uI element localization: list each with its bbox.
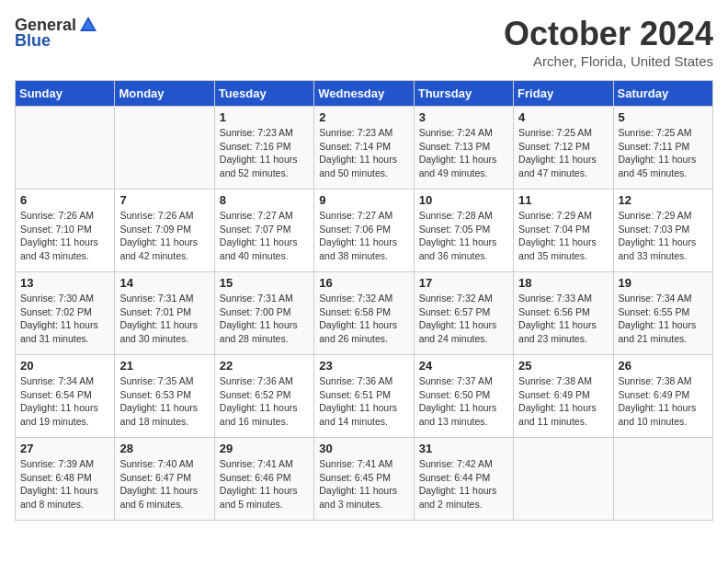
day-info: Sunrise: 7:23 AM Sunset: 7:16 PM Dayligh…	[220, 126, 309, 180]
calendar-cell: 14Sunrise: 7:31 AM Sunset: 7:01 PM Dayli…	[115, 272, 214, 355]
logo-icon	[78, 15, 98, 35]
day-info: Sunrise: 7:41 AM Sunset: 6:46 PM Dayligh…	[220, 457, 309, 511]
calendar-cell: 28Sunrise: 7:40 AM Sunset: 6:47 PM Dayli…	[115, 438, 214, 521]
logo: General Blue	[15, 15, 98, 51]
day-number: 20	[20, 359, 109, 373]
day-info: Sunrise: 7:33 AM Sunset: 6:56 PM Dayligh…	[518, 292, 608, 346]
day-header: Sunday	[16, 81, 115, 107]
day-number: 2	[319, 110, 408, 124]
calendar-cell: 30Sunrise: 7:41 AM Sunset: 6:45 PM Dayli…	[314, 438, 414, 521]
day-info: Sunrise: 7:27 AM Sunset: 7:06 PM Dayligh…	[319, 209, 408, 263]
calendar-cell: 29Sunrise: 7:41 AM Sunset: 6:46 PM Dayli…	[214, 438, 313, 521]
calendar-cell: 4Sunrise: 7:25 AM Sunset: 7:12 PM Daylig…	[514, 107, 613, 190]
day-header: Monday	[115, 81, 214, 107]
calendar-cell	[16, 107, 115, 190]
calendar-cell: 18Sunrise: 7:33 AM Sunset: 6:56 PM Dayli…	[514, 272, 613, 355]
day-info: Sunrise: 7:24 AM Sunset: 7:13 PM Dayligh…	[419, 126, 508, 180]
day-header: Thursday	[414, 81, 513, 107]
calendar-cell: 5Sunrise: 7:25 AM Sunset: 7:11 PM Daylig…	[613, 107, 712, 190]
day-number: 21	[119, 359, 209, 373]
calendar-cell: 21Sunrise: 7:35 AM Sunset: 6:53 PM Dayli…	[115, 355, 214, 438]
day-number: 14	[119, 276, 209, 290]
day-header: Friday	[514, 81, 613, 107]
calendar-cell: 15Sunrise: 7:31 AM Sunset: 7:00 PM Dayli…	[214, 272, 313, 355]
day-info: Sunrise: 7:40 AM Sunset: 6:47 PM Dayligh…	[119, 457, 209, 511]
calendar-cell	[115, 107, 214, 190]
calendar-cell: 17Sunrise: 7:32 AM Sunset: 6:57 PM Dayli…	[414, 272, 513, 355]
calendar-cell: 9Sunrise: 7:27 AM Sunset: 7:06 PM Daylig…	[314, 190, 414, 272]
day-info: Sunrise: 7:38 AM Sunset: 6:49 PM Dayligh…	[518, 374, 608, 429]
day-info: Sunrise: 7:25 AM Sunset: 7:12 PM Dayligh…	[518, 126, 608, 180]
title-area: October 2024 Archer, Florida, United Sta…	[504, 15, 713, 69]
calendar-cell: 7Sunrise: 7:26 AM Sunset: 7:09 PM Daylig…	[115, 190, 214, 272]
day-number: 18	[518, 276, 608, 290]
day-number: 12	[619, 193, 708, 207]
day-info: Sunrise: 7:30 AM Sunset: 7:02 PM Dayligh…	[20, 292, 109, 346]
day-number: 19	[619, 276, 708, 290]
calendar-cell: 25Sunrise: 7:38 AM Sunset: 6:49 PM Dayli…	[514, 355, 613, 438]
calendar-cell: 1Sunrise: 7:23 AM Sunset: 7:16 PM Daylig…	[214, 107, 313, 190]
calendar-cell: 31Sunrise: 7:42 AM Sunset: 6:44 PM Dayli…	[414, 438, 513, 521]
calendar-week-row: 13Sunrise: 7:30 AM Sunset: 7:02 PM Dayli…	[16, 272, 713, 355]
calendar-cell: 23Sunrise: 7:36 AM Sunset: 6:51 PM Dayli…	[314, 355, 414, 438]
calendar-cell: 22Sunrise: 7:36 AM Sunset: 6:52 PM Dayli…	[214, 355, 313, 438]
calendar-cell: 3Sunrise: 7:24 AM Sunset: 7:13 PM Daylig…	[414, 107, 513, 190]
day-number: 13	[20, 276, 109, 290]
day-header: Tuesday	[214, 81, 313, 107]
day-info: Sunrise: 7:32 AM Sunset: 6:57 PM Dayligh…	[419, 292, 508, 346]
calendar-week-row: 27Sunrise: 7:39 AM Sunset: 6:48 PM Dayli…	[16, 438, 713, 521]
day-number: 27	[20, 442, 109, 455]
calendar-cell	[514, 438, 613, 521]
day-info: Sunrise: 7:41 AM Sunset: 6:45 PM Dayligh…	[319, 457, 408, 511]
calendar-cell: 20Sunrise: 7:34 AM Sunset: 6:54 PM Dayli…	[16, 355, 115, 438]
day-info: Sunrise: 7:25 AM Sunset: 7:11 PM Dayligh…	[619, 126, 708, 180]
header: General Blue October 2024 Archer, Florid…	[15, 15, 713, 69]
calendar-cell: 24Sunrise: 7:37 AM Sunset: 6:50 PM Dayli…	[414, 355, 513, 438]
calendar-cell: 6Sunrise: 7:26 AM Sunset: 7:10 PM Daylig…	[16, 190, 115, 272]
calendar-cell: 19Sunrise: 7:34 AM Sunset: 6:55 PM Dayli…	[613, 272, 712, 355]
day-info: Sunrise: 7:42 AM Sunset: 6:44 PM Dayligh…	[419, 457, 508, 511]
day-number: 22	[220, 359, 309, 373]
location: Archer, Florida, United States	[504, 53, 713, 69]
day-info: Sunrise: 7:34 AM Sunset: 6:55 PM Dayligh…	[619, 292, 708, 346]
day-number: 3	[419, 110, 508, 124]
day-info: Sunrise: 7:37 AM Sunset: 6:50 PM Dayligh…	[419, 374, 508, 429]
calendar-cell: 10Sunrise: 7:28 AM Sunset: 7:05 PM Dayli…	[414, 190, 513, 272]
calendar-cell: 8Sunrise: 7:27 AM Sunset: 7:07 PM Daylig…	[214, 190, 313, 272]
logo-blue-text: Blue	[15, 31, 51, 51]
day-info: Sunrise: 7:26 AM Sunset: 7:09 PM Dayligh…	[119, 209, 209, 263]
day-number: 15	[220, 276, 309, 290]
day-number: 31	[419, 442, 508, 455]
day-info: Sunrise: 7:39 AM Sunset: 6:48 PM Dayligh…	[20, 457, 109, 511]
day-info: Sunrise: 7:29 AM Sunset: 7:03 PM Dayligh…	[619, 209, 708, 263]
day-number: 4	[518, 110, 608, 124]
day-number: 29	[220, 442, 309, 455]
day-info: Sunrise: 7:31 AM Sunset: 7:00 PM Dayligh…	[220, 292, 309, 346]
day-number: 26	[619, 359, 708, 373]
day-number: 23	[319, 359, 408, 373]
day-info: Sunrise: 7:27 AM Sunset: 7:07 PM Dayligh…	[220, 209, 309, 263]
calendar-cell	[613, 438, 712, 521]
calendar-week-row: 6Sunrise: 7:26 AM Sunset: 7:10 PM Daylig…	[16, 190, 713, 272]
day-info: Sunrise: 7:32 AM Sunset: 6:58 PM Dayligh…	[319, 292, 408, 346]
calendar-cell: 12Sunrise: 7:29 AM Sunset: 7:03 PM Dayli…	[613, 190, 712, 272]
day-info: Sunrise: 7:36 AM Sunset: 6:52 PM Dayligh…	[220, 374, 309, 429]
day-number: 17	[419, 276, 508, 290]
day-header: Wednesday	[314, 81, 414, 107]
day-number: 1	[220, 110, 309, 124]
day-number: 16	[319, 276, 408, 290]
day-number: 25	[518, 359, 608, 373]
day-info: Sunrise: 7:34 AM Sunset: 6:54 PM Dayligh…	[20, 374, 109, 429]
day-number: 28	[119, 442, 209, 455]
calendar-cell: 27Sunrise: 7:39 AM Sunset: 6:48 PM Dayli…	[16, 438, 115, 521]
day-info: Sunrise: 7:31 AM Sunset: 7:01 PM Dayligh…	[119, 292, 209, 346]
day-number: 5	[619, 110, 708, 124]
day-number: 11	[518, 193, 608, 207]
calendar-week-row: 20Sunrise: 7:34 AM Sunset: 6:54 PM Dayli…	[16, 355, 713, 438]
day-info: Sunrise: 7:26 AM Sunset: 7:10 PM Dayligh…	[20, 209, 109, 263]
day-info: Sunrise: 7:36 AM Sunset: 6:51 PM Dayligh…	[319, 374, 408, 429]
day-number: 24	[419, 359, 508, 373]
day-number: 10	[419, 193, 508, 207]
header-row: SundayMondayTuesdayWednesdayThursdayFrid…	[16, 81, 713, 107]
calendar-cell: 11Sunrise: 7:29 AM Sunset: 7:04 PM Dayli…	[514, 190, 613, 272]
